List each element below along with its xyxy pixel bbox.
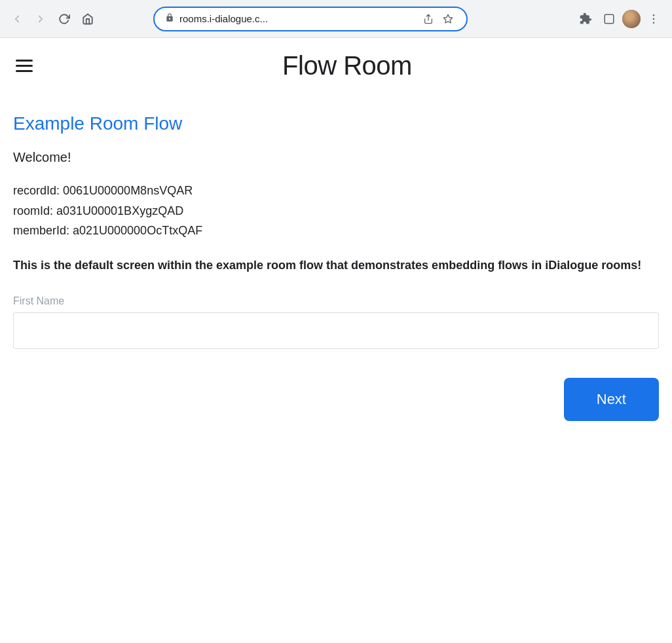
browser-toolbar-right — [575, 9, 664, 29]
button-row: Next — [13, 365, 659, 434]
page-content: Flow Room Example Room Flow Welcome! rec… — [0, 38, 672, 447]
extensions-button[interactable] — [575, 9, 596, 29]
avatar-image — [622, 10, 641, 28]
svg-point-3 — [653, 14, 655, 16]
hamburger-menu-button[interactable] — [13, 57, 35, 75]
record-info: recordId: 0061U00000M8nsVQAR roomId: a03… — [13, 181, 659, 241]
svg-point-4 — [653, 18, 655, 20]
lock-icon — [165, 13, 174, 24]
room-id-line: roomId: a031U00001BXygzQAD — [13, 201, 659, 221]
more-button[interactable] — [643, 9, 664, 29]
first-name-input[interactable] — [13, 312, 659, 349]
avatar[interactable] — [622, 10, 641, 28]
first-name-label: First Name — [13, 295, 659, 307]
hamburger-line-2 — [16, 65, 33, 67]
tab-search-button[interactable] — [599, 9, 620, 29]
welcome-text: Welcome! — [13, 150, 659, 165]
address-bar[interactable]: rooms.i-dialogue.c... — [153, 7, 468, 31]
hamburger-line-1 — [16, 60, 33, 62]
url-text: rooms.i-dialogue.c... — [179, 13, 415, 24]
flow-title: Example Room Flow — [13, 113, 659, 134]
next-button[interactable]: Next — [564, 378, 659, 421]
member-id-line: memberId: a021U000000OcTtxQAF — [13, 221, 659, 241]
app-header: Flow Room — [13, 38, 659, 87]
share-button[interactable] — [420, 11, 436, 27]
home-button[interactable] — [79, 10, 97, 28]
svg-marker-1 — [443, 14, 452, 23]
main-content: Example Room Flow Welcome! recordId: 006… — [13, 87, 659, 447]
page-title: Flow Room — [35, 51, 659, 81]
svg-point-5 — [653, 22, 655, 24]
bookmark-button[interactable] — [440, 11, 456, 27]
first-name-group: First Name — [13, 295, 659, 349]
hamburger-line-3 — [16, 70, 33, 72]
svg-rect-2 — [605, 14, 614, 24]
record-id-line: recordId: 0061U00000M8nsVQAR — [13, 181, 659, 201]
reload-button[interactable] — [55, 10, 73, 28]
description-text: This is the default screen within the ex… — [13, 257, 659, 274]
back-button[interactable] — [8, 10, 26, 28]
browser-chrome: rooms.i-dialogue.c... — [0, 0, 672, 38]
address-actions — [420, 11, 456, 27]
forward-button[interactable] — [31, 10, 50, 28]
